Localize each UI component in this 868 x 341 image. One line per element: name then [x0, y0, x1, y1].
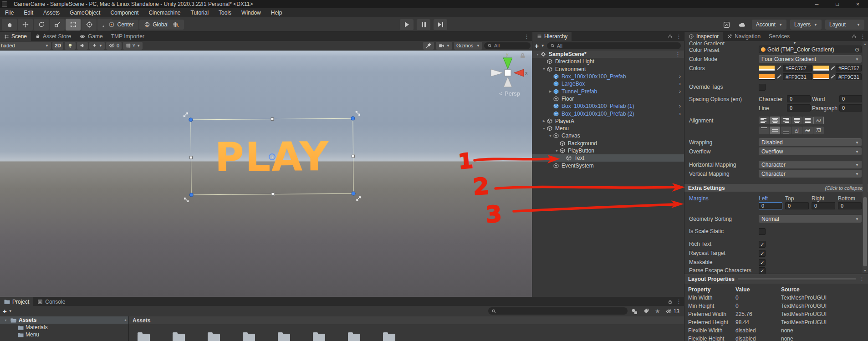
account-dropdown[interactable]: Account▼ — [752, 20, 786, 30]
color-preset-field[interactable]: Gold (TMP_Color Gradient) ⊙ — [759, 46, 862, 53]
gizmo-white-cone-down[interactable] — [504, 77, 512, 87]
scene-search-input[interactable]: All — [484, 42, 531, 49]
tab-asset-store[interactable]: Asset Store — [31, 32, 75, 41]
scene-camera-dropdown[interactable]: ▼ — [436, 42, 452, 50]
wrapping-dropdown[interactable]: Disabled▼ — [759, 138, 862, 146]
color-swatch[interactable] — [813, 74, 829, 80]
grid-snapping-button[interactable] — [168, 20, 184, 30]
eyedropper-icon[interactable] — [776, 74, 781, 79]
color-hex-value[interactable]: #FFC757 — [836, 65, 862, 71]
overflow-dropdown[interactable]: Overflow▼ — [759, 148, 862, 155]
spacing-field-input-line[interactable]: 0 — [787, 104, 811, 112]
rect-tool-button[interactable] — [66, 19, 81, 31]
object-picker-icon[interactable]: ⊙ — [855, 46, 859, 53]
chevron-down-icon[interactable]: ▼ — [541, 44, 545, 48]
alignment-left-button[interactable] — [759, 117, 769, 124]
color-hex-value[interactable]: #FFC757 — [783, 65, 812, 71]
lock-icon[interactable] — [852, 34, 857, 39]
add-icon[interactable]: + — [535, 42, 539, 50]
menu-item-help[interactable]: Help — [266, 10, 287, 16]
scene-lighting-button[interactable] — [65, 42, 76, 50]
grid-visibility-dropdown[interactable]: Y▼ — [123, 42, 143, 50]
prefab-nav-icon[interactable]: › — [679, 73, 681, 80]
cloud-button[interactable] — [736, 20, 748, 30]
hierarchy-row-samplescene[interactable]: ▼SampleScene*⋮ — [532, 51, 684, 58]
alignment-center-button[interactable] — [770, 117, 780, 124]
move-tool-button[interactable] — [18, 19, 33, 31]
rotate-handle-icon[interactable] — [355, 195, 362, 202]
asset-folder-icon[interactable] — [348, 334, 360, 341]
hierarchy-row-environment[interactable]: ▼Environment — [532, 66, 684, 73]
kebab-menu-icon[interactable]: ⋮ — [675, 51, 680, 57]
play-text-object[interactable]: PLAY — [190, 118, 353, 195]
expander-icon[interactable]: ▼ — [547, 134, 553, 137]
favorites-star-icon[interactable]: ★ — [655, 308, 660, 315]
minimize-button[interactable]: ─ — [807, 0, 827, 8]
vertical-mapping-dropdown[interactable]: Character▼ — [759, 170, 862, 178]
asset-folder-icon[interactable] — [173, 334, 185, 341]
checkbox-is-scale-static[interactable] — [759, 228, 766, 235]
extra-settings-header[interactable]: Extra Settings (Click to collapse) — [684, 184, 868, 192]
rotate-handle-icon[interactable] — [183, 196, 190, 203]
alignment-bottom-button[interactable] — [781, 127, 791, 134]
asset-folder-icon[interactable] — [313, 334, 325, 341]
spacing-field-input-word[interactable]: 0 — [839, 95, 862, 102]
tab-hierarchy[interactable]: Hierarchy — [532, 32, 572, 41]
hierarchy-row-playbutton[interactable]: ▼PlayButton — [532, 147, 684, 154]
version-control-button[interactable] — [721, 20, 733, 30]
menu-item-component[interactable]: Component — [105, 10, 143, 16]
menu-item-edit[interactable]: Edit — [19, 10, 38, 16]
margin-right-input[interactable]: 0 — [812, 202, 835, 209]
expander-icon[interactable]: ▼ — [535, 53, 541, 56]
horizontal-mapping-dropdown[interactable]: Character▼ — [759, 161, 862, 168]
anchor-handle-bottom-left[interactable] — [189, 193, 194, 197]
eyedropper-icon[interactable] — [830, 74, 835, 79]
hidden-objects-button[interactable]: 0 — [106, 42, 122, 50]
chevron-down-icon[interactable]: ▼ — [9, 309, 12, 313]
maximize-button[interactable]: □ — [827, 0, 848, 8]
pivot-handle[interactable] — [269, 153, 276, 160]
scene-tools-button[interactable] — [423, 42, 434, 50]
scroll-up-icon[interactable]: ▲ — [863, 42, 868, 46]
scene-viewport[interactable]: PLAY y x < Persp — [0, 51, 532, 297]
hierarchy-row-menu[interactable]: ▼Menu — [532, 125, 684, 132]
alignment-geometry-button[interactable]: AJ — [813, 117, 824, 124]
tab-services[interactable]: Services — [765, 32, 794, 41]
color-swatch[interactable] — [759, 74, 775, 80]
expander-icon[interactable]: ▼ — [541, 67, 547, 71]
anchor-handle-top-right[interactable] — [351, 117, 355, 121]
asset-folder-icon[interactable] — [243, 334, 255, 341]
tab-game[interactable]: Game — [75, 32, 107, 41]
hierarchy-row-eventsystem[interactable]: EventSystem — [532, 162, 684, 169]
scene-audio-button[interactable] — [77, 42, 88, 50]
search-by-label-icon[interactable] — [643, 308, 650, 315]
rotate-handle-icon[interactable] — [354, 110, 361, 117]
project-tree-row-menu[interactable]: Menu — [0, 331, 128, 338]
scene-orientation-gizmo[interactable]: y x < Persp — [482, 51, 531, 98]
eyedropper-icon[interactable] — [830, 66, 835, 71]
hierarchy-row-canvas[interactable]: ▼Canvas — [532, 132, 684, 139]
perspective-label[interactable]: Persp — [505, 90, 520, 97]
anchor-handle-top-left[interactable] — [189, 117, 193, 122]
lock-icon[interactable] — [668, 34, 673, 39]
layout-dropdown[interactable]: Layout▼ — [825, 20, 864, 30]
rotate-tool-button[interactable] — [34, 19, 49, 31]
rotate-handle-icon[interactable] — [182, 111, 189, 118]
hierarchy-row-tunnel-prefab[interactable]: ▶Tunnel_Prefab› — [532, 87, 684, 95]
gizmo-y-axis-cone[interactable] — [503, 58, 512, 69]
color-mode-dropdown[interactable]: Four Corners Gradient ▼ — [759, 55, 862, 63]
color-hex-value[interactable]: #FF9C31 — [783, 73, 812, 80]
tab-project[interactable]: Project — [0, 297, 33, 306]
layout-properties-header[interactable]: Layout Properties ⋮ — [684, 274, 868, 284]
alignment-baseline-button[interactable]: Aj — [791, 127, 802, 134]
hierarchy-row-box-100x100x100-prefab-2[interactable]: Box_100x100x100_Prefab (2)› — [532, 110, 684, 117]
hierarchy-row-box-100x100x100-prefab[interactable]: Box_100x100x100_Prefab› — [532, 73, 684, 80]
menu-item-tools[interactable]: Tools — [214, 10, 236, 16]
hierarchy-row-playera[interactable]: ▶PlayerA — [532, 117, 684, 125]
kebab-menu-icon[interactable]: ⋮ — [676, 34, 681, 40]
kebab-menu-icon[interactable]: ⋮ — [860, 34, 865, 40]
gizmos-dropdown[interactable]: Gizmos▼ — [454, 42, 482, 50]
color-swatch[interactable] — [813, 65, 829, 71]
checkbox-raycast-target[interactable]: ✓ — [759, 250, 766, 257]
color-swatch[interactable] — [759, 65, 775, 71]
